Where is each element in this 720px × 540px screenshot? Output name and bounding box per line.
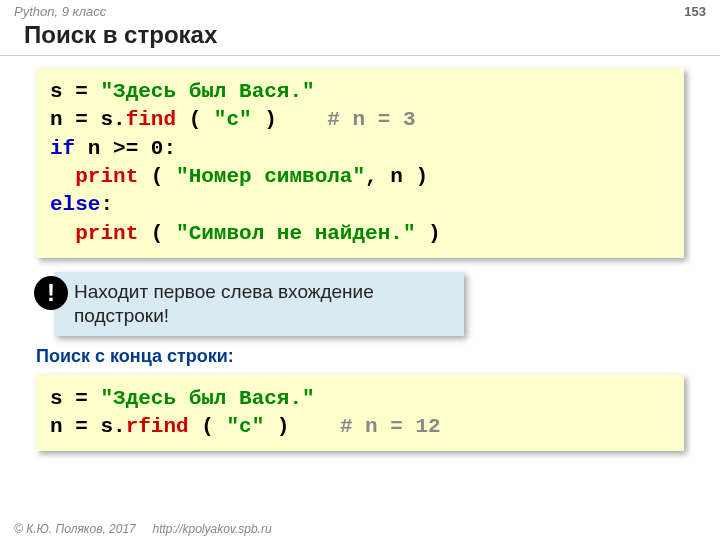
code-text: n = s. bbox=[50, 415, 126, 438]
info-text-line: Находит первое слева вхождение bbox=[74, 281, 374, 302]
code-comment: # n = 3 bbox=[327, 108, 415, 131]
code-text: ( bbox=[138, 222, 176, 245]
code-text: s = bbox=[50, 387, 100, 410]
code-string: "Здесь был Вася." bbox=[100, 387, 314, 410]
info-callout: ! Находит первое слева вхождение подстро… bbox=[52, 272, 684, 336]
header-meta: Python, 9 класс 153 bbox=[0, 0, 720, 19]
subheading: Поиск с конца строки: bbox=[36, 346, 684, 367]
code-block-find: s = "Здесь был Вася." n = s.find ( "с" )… bbox=[36, 68, 684, 258]
code-text: s = bbox=[50, 80, 100, 103]
code-function: print bbox=[75, 165, 138, 188]
code-string: "с" bbox=[214, 108, 252, 131]
code-text: : bbox=[100, 193, 113, 216]
code-text: ) bbox=[264, 415, 340, 438]
footer-copyright: © К.Ю. Поляков, 2017 bbox=[14, 522, 136, 536]
code-text: ( bbox=[138, 165, 176, 188]
code-string: "с" bbox=[226, 415, 264, 438]
code-text: ( bbox=[176, 108, 214, 131]
code-number: 0 bbox=[151, 137, 164, 160]
info-text-line: подстроки! bbox=[74, 305, 169, 326]
page-number: 153 bbox=[684, 4, 706, 19]
code-text bbox=[50, 222, 75, 245]
code-text: ) bbox=[416, 222, 441, 245]
code-text: ) bbox=[252, 108, 328, 131]
code-function: print bbox=[75, 222, 138, 245]
code-text: ( bbox=[189, 415, 227, 438]
page-title: Поиск в строках bbox=[0, 19, 720, 56]
code-text: : bbox=[163, 137, 176, 160]
code-comment: # n = 12 bbox=[340, 415, 441, 438]
code-text: n = s. bbox=[50, 108, 126, 131]
course-label: Python, 9 класс bbox=[14, 4, 106, 19]
code-string: "Символ не найден." bbox=[176, 222, 415, 245]
footer: © К.Ю. Поляков, 2017 http://kpolyakov.sp… bbox=[14, 522, 272, 536]
code-block-rfind: s = "Здесь был Вася." n = s.rfind ( "с" … bbox=[36, 375, 684, 452]
code-text bbox=[50, 165, 75, 188]
code-string: "Здесь был Вася." bbox=[100, 80, 314, 103]
code-keyword: else bbox=[50, 193, 100, 216]
info-box: Находит первое слева вхождение подстроки… bbox=[54, 272, 464, 336]
code-keyword: if bbox=[50, 137, 75, 160]
code-string: "Номер символа" bbox=[176, 165, 365, 188]
code-text: n >= bbox=[75, 137, 151, 160]
code-function: find bbox=[126, 108, 176, 131]
footer-url: http://kpolyakov.spb.ru bbox=[152, 522, 271, 536]
exclamation-icon: ! bbox=[34, 276, 68, 310]
code-text: , n ) bbox=[365, 165, 428, 188]
code-function: rfind bbox=[126, 415, 189, 438]
